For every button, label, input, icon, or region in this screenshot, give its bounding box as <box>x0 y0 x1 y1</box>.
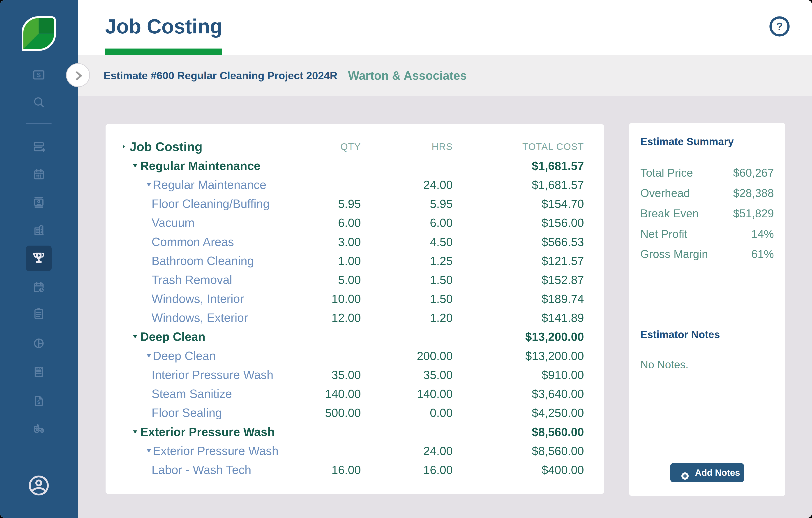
svg-text:?: ? <box>776 21 783 32</box>
svg-text:$: $ <box>37 71 40 79</box>
svg-text:$: $ <box>37 399 40 405</box>
